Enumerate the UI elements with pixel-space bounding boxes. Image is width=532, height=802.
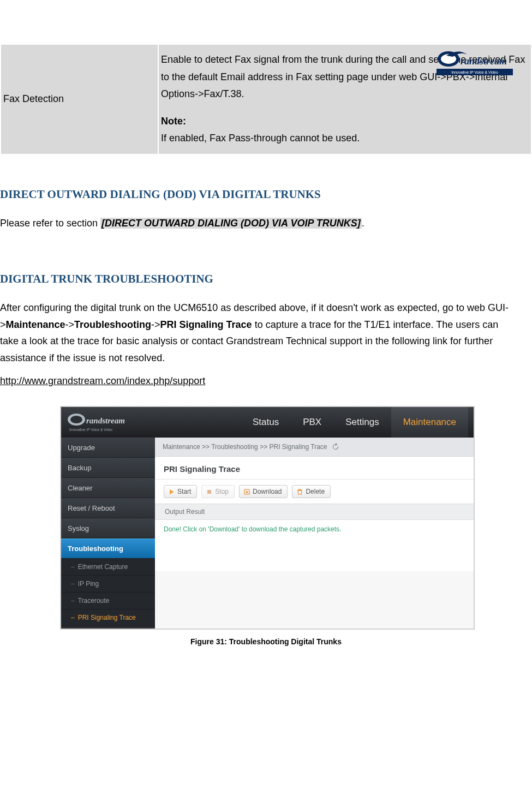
- sidebar-item-syslog[interactable]: Syslog: [61, 518, 155, 538]
- embedded-ui-screenshot: randstream Innovative IP Voice & Videc S…: [60, 406, 475, 630]
- section-troubleshoot-heading: DIGITAL TRUNK TROUBLESHOOTING: [0, 272, 513, 286]
- grandstream-logo: randstream Innovative IP Voice & Video: [437, 49, 513, 76]
- section-dod-ref: [DIRECT OUTWARD DIALING (DOD) VIA VOIP T…: [100, 218, 362, 229]
- section-dod-heading: DIRECT OUTWARD DIALING (DOD) VIA DIGITAL…: [0, 188, 513, 201]
- fax-detection-label: Fax Detection: [1, 44, 158, 154]
- download-icon: [244, 489, 250, 495]
- support-link[interactable]: http://www.grandstream.com/index.php/sup…: [0, 375, 205, 386]
- ui-topbar: randstream Innovative IP Voice & Videc S…: [61, 407, 474, 438]
- delete-button[interactable]: Delete: [292, 485, 331, 498]
- svg-text:Innovative IP Voice & Videc: Innovative IP Voice & Videc: [69, 428, 113, 432]
- stop-icon: [206, 489, 212, 495]
- stop-button[interactable]: Stop: [201, 485, 235, 498]
- svg-text:randstream: randstream: [86, 416, 125, 425]
- svg-point-6: [70, 416, 82, 423]
- section-dod-body: Please refer to section [DIRECT OUTWARD …: [0, 215, 513, 232]
- sidebar-sub-ip-ping[interactable]: –IP Ping: [61, 576, 155, 592]
- breadcrumb: Maintenance >> Troubleshooting >> PRI Si…: [155, 438, 474, 457]
- panel-title: PRI Signaling Trace: [155, 457, 474, 480]
- output-result-text: Done! Click on 'Download' to download th…: [155, 520, 474, 571]
- sidebar-sub-traceroute[interactable]: –Traceroute: [61, 592, 155, 609]
- refresh-icon[interactable]: [332, 443, 339, 451]
- output-result-header: Output Result: [155, 504, 474, 520]
- play-icon: [169, 489, 175, 495]
- nav-pbx[interactable]: PBX: [291, 407, 333, 438]
- figure-caption: Figure 31: Troubleshooting Digital Trunk…: [0, 637, 532, 646]
- svg-text:Innovative IP Voice & Video: Innovative IP Voice & Video: [451, 70, 498, 74]
- sidebar-item-troubleshooting[interactable]: Troubleshooting: [61, 538, 155, 559]
- sidebar-item-reset-reboot[interactable]: Reset / Reboot: [61, 498, 155, 518]
- start-button[interactable]: Start: [164, 485, 197, 498]
- toolbar: Start Stop Download Delete: [155, 480, 474, 504]
- nav-status[interactable]: Status: [241, 407, 291, 438]
- nav-settings[interactable]: Settings: [333, 407, 391, 438]
- download-button[interactable]: Download: [239, 485, 288, 498]
- section-troubleshoot-body: After configuring the digital trunk on t…: [0, 300, 513, 366]
- sidebar-sub-pri-signaling-trace[interactable]: –PRI Signaling Trace: [61, 609, 155, 626]
- svg-rect-9: [207, 490, 211, 494]
- svg-text:randstream: randstream: [461, 56, 507, 67]
- sidebar: Upgrade Backup Cleaner Reset / Reboot Sy…: [61, 438, 155, 629]
- sidebar-sub-ethernet-capture[interactable]: –Ethernet Capture: [61, 559, 155, 576]
- sidebar-item-cleaner[interactable]: Cleaner: [61, 478, 155, 498]
- ui-logo: randstream Innovative IP Voice & Videc: [61, 407, 143, 438]
- sidebar-item-upgrade[interactable]: Upgrade: [61, 438, 155, 458]
- nav-maintenance[interactable]: Maintenance: [391, 407, 468, 438]
- trash-icon: [297, 489, 303, 495]
- sidebar-item-backup[interactable]: Backup: [61, 458, 155, 478]
